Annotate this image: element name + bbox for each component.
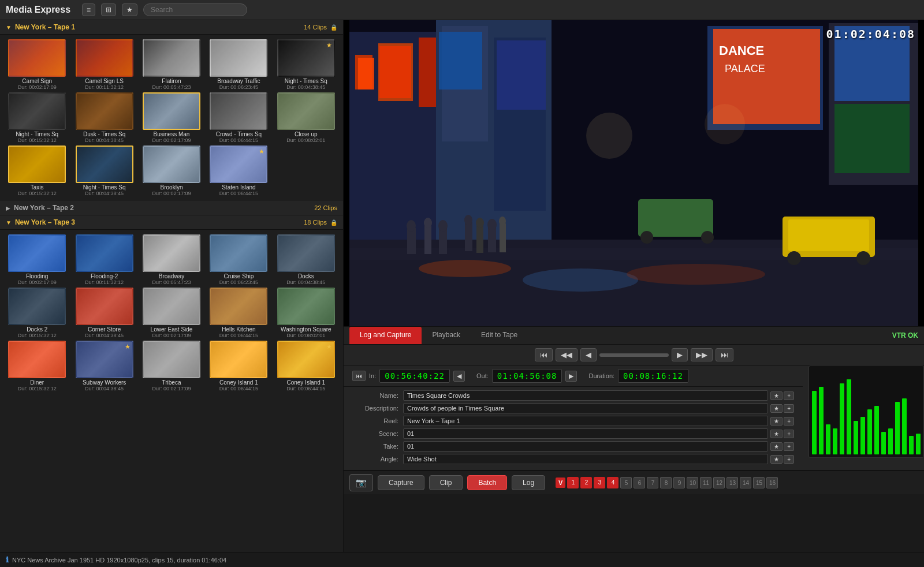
vu-bar <box>840 383 844 455</box>
desc-clip-btn[interactable]: + <box>784 404 794 413</box>
goto-end-button[interactable]: ⏭ <box>716 348 733 361</box>
timecode-display: 01:02:04:08 <box>826 27 915 41</box>
desc-input[interactable] <box>403 403 768 413</box>
rewind-button[interactable]: ◀ <box>580 348 597 361</box>
tab-edit-to-tape[interactable]: Edit to Tape <box>471 327 528 344</box>
track-button-8[interactable]: 8 <box>660 477 672 488</box>
list-view-button[interactable]: ≡ <box>82 3 95 16</box>
svg-point-31 <box>464 215 472 225</box>
list-item[interactable]: Cruise ShipDur: 00:06:23:45 <box>206 234 271 285</box>
track-button-1[interactable]: 1 <box>567 477 579 488</box>
grid-view-button[interactable]: ⊞ <box>101 3 116 16</box>
tab-log-capture[interactable]: Log and Capture <box>349 327 422 344</box>
list-item[interactable]: DocksDur: 00:04:38:45 <box>274 234 338 285</box>
list-item[interactable]: Dusk - Times SqDur: 00:04:38:45 <box>72 92 136 143</box>
clip-duration: Dur: 00:04:38:45 <box>85 386 124 391</box>
mark-in-button[interactable]: ◀ <box>453 371 465 382</box>
jog-slider[interactable] <box>599 353 669 357</box>
scene-star-btn[interactable]: ★ <box>770 430 783 438</box>
list-item[interactable]: ★Coney Island 1Dur: 00:06:44:15 <box>274 341 338 391</box>
track-button-15[interactable]: 15 <box>753 477 765 488</box>
goto-in-button[interactable]: ⏮ <box>352 371 366 381</box>
take-input[interactable] <box>403 441 768 452</box>
vu-bar <box>881 432 886 454</box>
play-button[interactable]: ▶ <box>672 348 688 361</box>
list-item[interactable]: ★Night - Times SqDur: 00:04:38:45 <box>274 39 338 90</box>
track-button-4[interactable]: 4 <box>607 477 619 488</box>
clip-button[interactable]: Clip <box>429 475 463 490</box>
list-item[interactable]: Hells KitchenDur: 00:06:44:15 <box>206 288 271 338</box>
list-item[interactable]: Night - Times SqDur: 00:15:32:12 <box>5 92 69 143</box>
scene-clip-btn[interactable]: + <box>784 430 794 438</box>
reel-row: Reel: ★ + <box>352 416 794 426</box>
list-item[interactable]: ★Staten IslandDur: 00:06:44:15 <box>206 146 271 196</box>
track-button-12[interactable]: 12 <box>713 477 725 488</box>
fast-forward-button[interactable]: ▶▶ <box>691 348 713 361</box>
reel-star-btn[interactable]: ★ <box>770 417 783 426</box>
reel-clip-btn[interactable]: + <box>784 417 794 426</box>
list-item[interactable]: DinerDur: 00:15:32:12 <box>5 341 69 391</box>
scene-input[interactable] <box>403 428 768 439</box>
tape-header-2[interactable]: ▶ New York – Tape 2 22 Clips <box>0 201 343 215</box>
vu-bar <box>812 391 817 455</box>
list-item[interactable]: Business ManDur: 00:02:17:09 <box>139 92 204 143</box>
list-item[interactable]: FlatironDur: 00:05:47:23 <box>139 39 204 90</box>
tape-header-1[interactable]: ▼ New York – Tape 1 14 Clips 🔒 <box>0 20 343 35</box>
reel-input[interactable] <box>403 416 768 426</box>
batch-button[interactable]: Batch <box>467 475 507 490</box>
list-item[interactable]: Night - Times SqDur: 00:04:38:45 <box>72 146 136 196</box>
tab-playback[interactable]: Playback <box>422 327 471 344</box>
camera-button[interactable]: 📷 <box>349 474 373 491</box>
list-item[interactable]: Flooding-2Dur: 00:11:32:12 <box>72 234 136 285</box>
list-item[interactable]: Lower East SideDur: 00:02:17:09 <box>139 288 204 338</box>
track-button-6[interactable]: 6 <box>634 477 645 488</box>
svg-point-14 <box>419 260 511 277</box>
list-item[interactable]: Washington SquareDur: 00:08:02:01 <box>274 288 338 338</box>
list-item[interactable]: Docks 2Dur: 00:15:32:12 <box>5 288 69 338</box>
track-button-13[interactable]: 13 <box>726 477 738 488</box>
track-button-9[interactable]: 9 <box>673 477 685 488</box>
list-item[interactable]: FloodingDur: 00:02:17:09 <box>5 234 69 285</box>
log-button[interactable]: Log <box>512 475 545 490</box>
svg-rect-5 <box>358 58 374 89</box>
list-item[interactable]: Crowd - Times SqDur: 00:06:44:15 <box>206 92 271 143</box>
angle-clip-btn[interactable]: + <box>784 455 794 464</box>
list-item[interactable]: Coney Island 1Dur: 00:06:44:15 <box>206 341 271 391</box>
name-clip-btn[interactable]: + <box>784 391 794 400</box>
capture-button[interactable]: Capture <box>378 475 424 490</box>
list-item[interactable]: Camel Sign LSDur: 00:11:32:12 <box>72 39 136 90</box>
list-item[interactable]: BrooklynDur: 00:02:17:09 <box>139 146 204 196</box>
name-input[interactable] <box>403 390 768 401</box>
list-item[interactable]: Close upDur: 00:08:02:01 <box>274 92 338 143</box>
track-button-11[interactable]: 11 <box>700 477 711 488</box>
search-input[interactable] <box>143 3 247 16</box>
list-item[interactable]: BroadwayDur: 00:05:47:23 <box>139 234 204 285</box>
track-button-2[interactable]: 2 <box>580 477 592 488</box>
vu-bar-container <box>826 369 830 454</box>
list-item[interactable]: TaxisDur: 00:15:32:12 <box>5 146 69 196</box>
list-item[interactable]: Camel SignDur: 00:02:17:09 <box>5 39 69 90</box>
goto-start-button[interactable]: ⏮ <box>535 348 553 361</box>
list-item[interactable]: Broadway TrafficDur: 00:06:23:45 <box>206 39 271 90</box>
star-filter-button[interactable]: ★ <box>122 3 137 16</box>
track-button-16[interactable]: 16 <box>766 477 778 488</box>
track-button-10[interactable]: 10 <box>687 477 698 488</box>
track-button-7[interactable]: 7 <box>647 477 658 488</box>
list-item[interactable]: ★Subway WorkersDur: 00:04:38:45 <box>72 341 136 391</box>
list-item[interactable]: TribecaDur: 00:02:17:09 <box>139 341 204 391</box>
tape-header-3[interactable]: ▼ New York – Tape 3 18 Clips 🔒 <box>0 215 343 230</box>
angle-input[interactable] <box>403 454 768 464</box>
track-button-14[interactable]: 14 <box>740 477 751 488</box>
take-clip-btn[interactable]: + <box>784 442 794 451</box>
reel-label: Reel: <box>352 417 398 424</box>
desc-star-btn[interactable]: ★ <box>770 404 783 413</box>
name-star-btn[interactable]: ★ <box>770 391 783 400</box>
mark-out-button[interactable]: ▶ <box>565 371 577 382</box>
step-back-button[interactable]: ◀◀ <box>556 348 578 361</box>
angle-star-btn[interactable]: ★ <box>770 455 783 464</box>
track-button-5[interactable]: 5 <box>620 477 632 488</box>
list-item[interactable]: Corner StoreDur: 00:04:38:45 <box>72 288 136 338</box>
clip-duration: Dur: 00:02:17:09 <box>152 191 191 196</box>
track-button-3[interactable]: 3 <box>594 477 605 488</box>
take-star-btn[interactable]: ★ <box>770 442 783 451</box>
